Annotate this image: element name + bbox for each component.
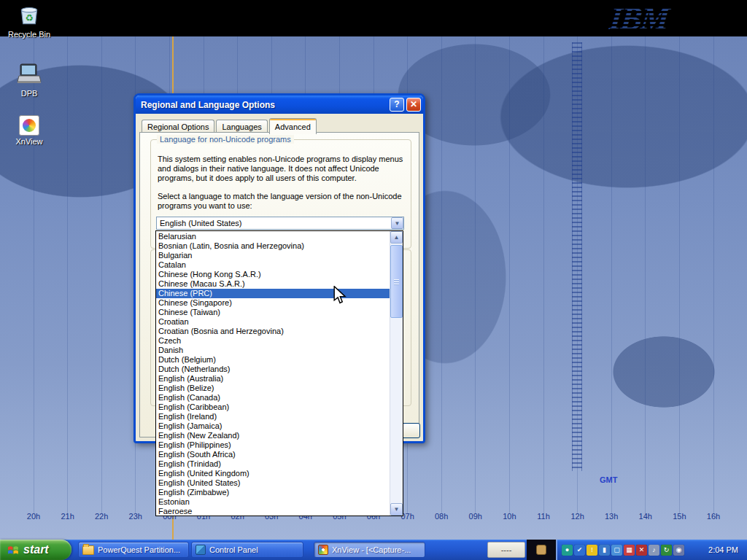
- hour-label: 16h: [702, 512, 725, 521]
- display-icon[interactable]: ▢: [611, 545, 622, 556]
- hour-label: 12h: [566, 512, 589, 521]
- hour-label: 13h: [600, 512, 623, 521]
- dropdown-item[interactable]: Bosnian (Latin, Bosnia and Herzegovina): [156, 241, 390, 251]
- xnview-icon: [318, 545, 328, 555]
- graphics-icon[interactable]: ▦: [624, 545, 635, 556]
- dropdown-item[interactable]: Faeroese: [156, 507, 390, 516]
- dropdown-item[interactable]: Croatian: [156, 317, 390, 327]
- dropdown-item[interactable]: English (Belize): [156, 384, 390, 393]
- close-button[interactable]: ✕: [406, 98, 421, 112]
- dropdown-item[interactable]: English (Trinidad): [156, 459, 390, 469]
- dropdown-item[interactable]: Chinese (Macau S.A.R.): [156, 279, 390, 289]
- icon-label: DPB: [3, 89, 55, 98]
- instruction-text: Select a language to match the language …: [158, 192, 414, 211]
- icon-label: Recycle Bin: [3, 30, 55, 39]
- dropdown-item[interactable]: Catalan: [156, 260, 390, 270]
- combobox-dropdown-icon[interactable]: ▼: [391, 217, 403, 229]
- dropdown-item[interactable]: English (United States): [156, 478, 390, 488]
- dropdown-item[interactable]: Chinese (Hong Kong S.A.R.): [156, 270, 390, 279]
- dropdown-item[interactable]: English (Jamaica): [156, 421, 390, 431]
- scroll-up-button[interactable]: ▲: [390, 231, 403, 244]
- desktop-icon-recycle-bin[interactable]: ♻ Recycle Bin: [3, 2, 55, 39]
- ibm-logo: IBM: [610, 0, 690, 35]
- timezone-hatch-band: [572, 42, 582, 471]
- dropdown-item[interactable]: Danish: [156, 346, 390, 355]
- mouse-cursor: [333, 286, 347, 308]
- hour-label: 10h: [498, 512, 521, 521]
- dropdown-item[interactable]: Chinese (Singapore): [156, 298, 390, 308]
- description-text: This system setting enables non-Unicode …: [158, 155, 414, 183]
- hour-label: 20h: [22, 512, 45, 521]
- tray-icons: ●✔!▮▢▦✕♪↻◉: [562, 545, 686, 556]
- start-label: start: [23, 543, 49, 556]
- dropdown-item[interactable]: English (United Kingdom): [156, 469, 390, 478]
- dropdown-scrollbar[interactable]: ▲ ▼: [390, 231, 403, 516]
- hour-label: 14h: [634, 512, 657, 521]
- groupbox-title: Language for non-Unicode programs: [157, 135, 294, 144]
- language-dropdown-list-items: BelarusianBosnian (Latin, Bosnia and Her…: [156, 231, 390, 516]
- recycle-bin-icon: ♻: [17, 2, 42, 26]
- taskbar-button-powerquest[interactable]: PowerQuest Partition...: [78, 542, 189, 558]
- taskbar-clock: 2:04 PM: [708, 545, 747, 554]
- dropdown-item[interactable]: English (South Africa): [156, 450, 390, 459]
- taskbar-dark-segment[interactable]: [527, 540, 556, 560]
- dropdown-item[interactable]: English (Australia): [156, 374, 390, 384]
- laptop-icon: [16, 63, 42, 85]
- folder-icon: [82, 545, 94, 555]
- dropdown-item[interactable]: Bulgarian: [156, 251, 390, 260]
- taskbar-button-label: Control Panel: [209, 545, 258, 554]
- utility-icon[interactable]: ◉: [673, 545, 684, 556]
- system-tray: ●✔!▮▢▦✕♪↻◉ 2:04 PM: [556, 540, 747, 560]
- offline-icon[interactable]: ✕: [636, 545, 647, 556]
- warning-icon[interactable]: !: [587, 545, 597, 556]
- icon-label: XnView: [3, 137, 55, 146]
- combobox-value: English (United States): [157, 217, 391, 229]
- taskbar-button-label: XnView - [<Capture-...: [332, 545, 411, 554]
- shield-icon[interactable]: ✔: [574, 545, 585, 556]
- dropdown-item[interactable]: English (Ireland): [156, 412, 390, 421]
- dropdown-item[interactable]: Chinese (PRC): [156, 289, 390, 298]
- dialog-tabs: Regional Options Languages Advanced: [142, 119, 318, 133]
- gmt-label: GMT: [600, 475, 617, 484]
- dropdown-item[interactable]: English (Zimbabwe): [156, 488, 390, 497]
- start-button[interactable]: start: [0, 540, 71, 560]
- dropdown-item[interactable]: Estonian: [156, 497, 390, 507]
- language-combobox[interactable]: English (United States) ▼: [156, 217, 404, 230]
- update-icon[interactable]: ↻: [661, 545, 672, 556]
- dropdown-item[interactable]: Belarusian: [156, 232, 390, 241]
- svg-text:♻: ♻: [25, 12, 33, 23]
- taskbar-button-xnview[interactable]: XnView - [<Capture-...: [314, 542, 425, 558]
- hour-label: 23h: [124, 512, 147, 521]
- desktop-icon-dpb[interactable]: DPB: [3, 63, 55, 98]
- dropdown-item[interactable]: Chinese (Taiwan): [156, 308, 390, 317]
- taskbar-deskband[interactable]: ----: [487, 542, 525, 558]
- hour-label: 09h: [464, 512, 487, 521]
- unknown-app-icon: [536, 545, 546, 555]
- dropdown-item[interactable]: English (Caribbean): [156, 402, 390, 412]
- scroll-down-button[interactable]: ▼: [390, 503, 403, 516]
- tab-advanced[interactable]: Advanced: [269, 118, 317, 134]
- hour-label: 11h: [532, 512, 555, 521]
- control-panel-icon: [196, 545, 206, 555]
- network-icon[interactable]: ▮: [599, 545, 610, 556]
- dropdown-item[interactable]: Dutch (Netherlands): [156, 365, 390, 374]
- dialog-titlebar[interactable]: Regional and Language Options ? ✕: [136, 96, 423, 114]
- hour-label: 21h: [56, 512, 80, 521]
- scrollbar-thumb[interactable]: [390, 245, 403, 318]
- taskbar-button-control-panel[interactable]: Control Panel: [191, 542, 303, 558]
- desktop-icon-xnview[interactable]: XnView: [3, 115, 55, 146]
- hour-label: 15h: [667, 512, 691, 521]
- xnview-icon: [19, 115, 39, 136]
- taskbar: start PowerQuest Partition... Control Pa…: [0, 540, 747, 560]
- dropdown-item[interactable]: Dutch (Belgium): [156, 355, 390, 365]
- dropdown-item[interactable]: English (Philippines): [156, 440, 390, 450]
- dropdown-item[interactable]: English (New Zealand): [156, 431, 390, 440]
- dropdown-item[interactable]: Czech: [156, 336, 390, 346]
- remote-access-icon[interactable]: ●: [562, 545, 573, 556]
- dropdown-item[interactable]: English (Canada): [156, 393, 390, 402]
- help-button[interactable]: ?: [390, 98, 404, 112]
- volume-icon[interactable]: ♪: [649, 545, 659, 556]
- dropdown-item[interactable]: Croatian (Bosnia and Herzegovina): [156, 327, 390, 336]
- taskbar-button-label: PowerQuest Partition...: [98, 545, 180, 554]
- ibm-logo-stripes: [610, 0, 690, 35]
